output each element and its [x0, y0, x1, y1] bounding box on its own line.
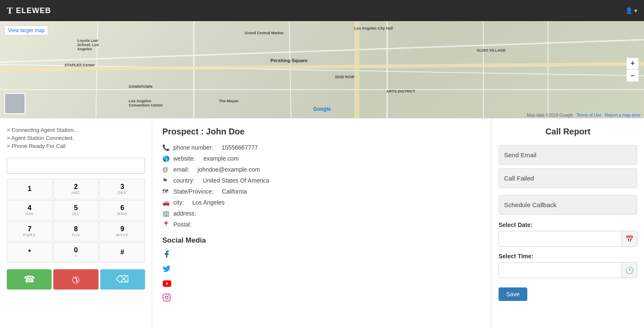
status-msg-3: > Phone Ready For Call [7, 143, 145, 149]
map-label-loyola: Loyola LawSchool, LosAngeles [77, 38, 99, 51]
dial-key-2[interactable]: 2ABC [53, 179, 99, 199]
address-info: 🏢 address: [162, 210, 481, 217]
select-date-group: Select Date: 📅 [499, 221, 637, 247]
state-label: State/Province: [173, 188, 214, 195]
map-container: View larger map Loyola LawSchool, LosAng… [0, 21, 644, 118]
phone-icon-info: 📞 [162, 144, 170, 151]
email-value: johndoe@example.com [197, 166, 260, 173]
backspace-button[interactable]: ⌫ [100, 269, 145, 290]
call-report-title: Call Report [499, 127, 637, 137]
dial-key-0[interactable]: 0+ [53, 242, 99, 262]
hangup-button[interactable]: ✆ [53, 269, 98, 290]
select-time-group: Select Time: 🕐 [499, 253, 637, 278]
phone-info: 📞 phone number: 15556667777 [162, 144, 481, 151]
save-button[interactable]: Save [499, 287, 527, 301]
website-value: example.com [203, 155, 238, 162]
phone-label: phone number: [173, 144, 213, 151]
social-media-title: Social Media [162, 236, 481, 245]
dial-key-8[interactable]: 8TUV [53, 221, 99, 241]
select-date-label: Select Date: [499, 221, 637, 228]
calendar-icon-btn[interactable]: 📅 [622, 231, 637, 246]
brand-name: ELEWEB [16, 6, 51, 15]
status-messages: > Connecting Agent Station... > Agent St… [7, 127, 145, 151]
twitter-icon[interactable] [162, 265, 481, 275]
date-input-wrapper: 📅 [499, 231, 637, 247]
state-value: California [222, 188, 247, 195]
map-label-aliso: ALISO VILLAGE [477, 48, 506, 52]
date-input[interactable] [499, 231, 622, 246]
phone-value: 15556667777 [222, 144, 258, 151]
logo-t-icon: T [7, 5, 14, 16]
view-larger-map-link[interactable]: View larger map [4, 25, 48, 36]
city-label: city: [173, 199, 184, 206]
country-value: United States Of America [203, 177, 269, 184]
map-zoom-controls: + − [626, 57, 639, 82]
dial-input[interactable] [7, 158, 145, 174]
website-label: website: [173, 155, 195, 162]
terms-link[interactable]: Terms of Use [576, 113, 601, 118]
map-label-mayan: The Mayan [219, 99, 239, 103]
report-link[interactable]: Report a map error [605, 113, 641, 118]
schedule-callback-section: Schedule Callback Select Date: 📅 Select … [499, 195, 637, 301]
map-attribution: Map data ©2019 Google Terms of Use Repor… [527, 113, 641, 118]
map-label-skid-row: SKID ROW [335, 75, 354, 79]
prospect-panel: Prospect : John Doe 📞 phone number: 1555… [152, 118, 492, 328]
call-buttons: ☎ ✆ ⌫ [7, 269, 145, 290]
zoom-out-button[interactable]: − [627, 70, 639, 82]
email-info: @ email: johndoe@example.com [162, 166, 481, 173]
call-report-panel: Call Report Send Email Call Failed Sched… [492, 118, 644, 328]
postal-icon: 📍 [162, 221, 170, 228]
map-label-arts: ARTS DISTRICT [386, 89, 416, 93]
send-email-button[interactable]: Send Email [499, 145, 637, 165]
time-input[interactable] [499, 262, 622, 278]
youtube-icon[interactable] [162, 279, 481, 289]
user-dropdown-icon: ▾ [634, 7, 637, 14]
country-icon: ⚑ [162, 177, 170, 184]
map-label-la-convention: Los AngelesConvention Center [129, 99, 163, 107]
google-watermark: Google [313, 106, 331, 112]
state-info: 🗺 State/Province: California [162, 188, 481, 195]
dial-key-9[interactable]: 9WXYZ [99, 221, 145, 241]
status-msg-1: > Connecting Agent Station... [7, 127, 145, 133]
clock-icon: 🕐 [625, 266, 634, 274]
call-failed-button[interactable]: Call Failed [499, 168, 637, 188]
country-label: country: [173, 177, 195, 184]
svg-point-2 [168, 295, 169, 296]
zoom-in-button[interactable]: + [627, 58, 639, 70]
dial-key-5[interactable]: 5JKL [53, 200, 99, 220]
dial-key-7[interactable]: 7PQRS [7, 221, 52, 241]
main-content: > Connecting Agent Station... > Agent St… [0, 118, 644, 328]
address-icon: 🏢 [162, 210, 170, 217]
dial-key-*[interactable]: * [7, 242, 52, 262]
dial-key-4[interactable]: 4GHI [7, 200, 52, 220]
svg-point-1 [165, 296, 168, 299]
clock-icon-btn[interactable]: 🕐 [622, 262, 637, 278]
brand-logo: T ELEWEB [7, 5, 51, 16]
website-info: 🌎 website: example.com [162, 155, 481, 162]
facebook-icon[interactable] [162, 250, 481, 260]
city-value: Los Angeles [192, 199, 225, 206]
email-label: email: [173, 166, 189, 173]
call-button[interactable]: ☎ [7, 269, 52, 290]
address-label: address: [173, 210, 196, 217]
instagram-icon[interactable] [162, 293, 481, 304]
schedule-callback-button[interactable]: Schedule Callback [499, 195, 637, 215]
state-icon: 🗺 [162, 188, 170, 195]
dial-key-6[interactable]: 6MNO [99, 200, 145, 220]
dial-key-#[interactable]: # [99, 242, 145, 262]
user-icon: 👤 [625, 7, 633, 14]
dialpad-grid: 12ABC3DEF4GHI5JKL6MNO7PQRS8TUV9WXYZ*0+# [7, 179, 145, 262]
dial-key-1[interactable]: 1 [7, 179, 52, 199]
dial-key-3[interactable]: 3DEF [99, 179, 145, 199]
postal-info: 📍 Postal: [162, 221, 481, 228]
map-label-city-hall: Los Angeles City Hall [354, 26, 393, 30]
time-input-wrapper: 🕐 [499, 262, 637, 278]
prospect-title: Prospect : John Doe [162, 127, 481, 137]
website-icon: 🌎 [162, 155, 170, 162]
user-menu[interactable]: 👤 ▾ [625, 7, 637, 14]
map-label-downtown: DOWNTOWN [129, 85, 153, 89]
select-time-label: Select Time: [499, 253, 637, 260]
city-icon: 🚗 [162, 199, 170, 206]
city-info: 🚗 city: Los Angeles [162, 199, 481, 206]
status-msg-2: > Agent Station Connected. [7, 135, 145, 141]
